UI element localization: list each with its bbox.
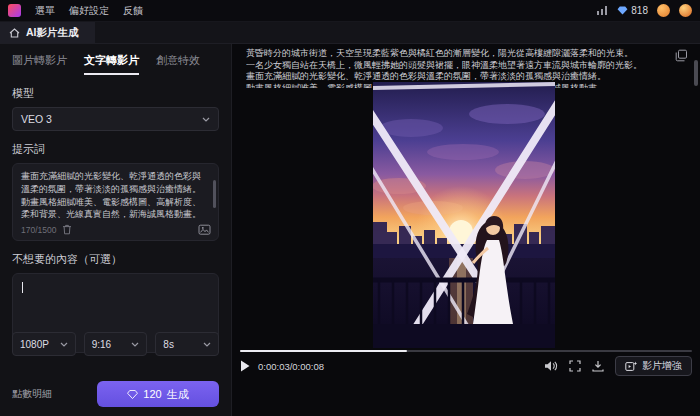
delete-prompt-button[interactable] [62, 224, 72, 235]
app-logo-icon [8, 4, 21, 17]
gem-icon [127, 390, 138, 399]
resolution-select[interactable]: 1080P [12, 332, 76, 356]
active-doc-tab[interactable]: AI影片生成 [0, 22, 95, 43]
model-value: VEO 3 [21, 113, 52, 125]
volume-button[interactable] [544, 360, 558, 372]
ai-rewrite-icon [198, 223, 211, 236]
trash-icon [62, 224, 72, 235]
generate-cost: 120 [143, 388, 161, 400]
video-enhance-button[interactable]: 影片增強 [615, 356, 692, 376]
volume-icon [544, 360, 558, 372]
prompt-footer: 170/1500 [21, 223, 211, 236]
resolution-value: 1080P [20, 339, 49, 350]
time-display: 0:00:03/0:00:08 [258, 361, 324, 372]
menubar-right: 818 [597, 4, 692, 17]
menu-item-preferences[interactable]: 偏好設定 [69, 4, 109, 18]
vip-avatar-icon[interactable] [679, 4, 692, 17]
play-icon [240, 360, 250, 372]
video-player[interactable] [373, 82, 555, 348]
prompt-label: 提示詞 [12, 142, 219, 157]
aspect-ratio-value: 9:16 [92, 339, 111, 350]
prompt-line: 黃昏時分的城市街道，天空呈現柔藍紫色與橘紅色的漸層變化，陽光從高樓縫隙灑落柔和的… [246, 48, 668, 60]
gem-icon [617, 6, 628, 15]
copy-button[interactable] [675, 49, 688, 62]
main-area: 黃昏時分的城市街道，天空呈現柔藍紫色與橘紅色的漸層變化，陽光從高樓縫隙灑落柔和的… [232, 44, 700, 416]
negative-prompt-label: 不想要的內容（可選） [12, 252, 219, 267]
tab-image-to-video[interactable]: 圖片轉影片 [12, 53, 67, 75]
video-enhance-label: 影片增強 [642, 359, 682, 373]
prompt-line: 一名少女獨自站在天橋上，微風輕拂她的頭髮與裙擺，眼神溫柔地望著遠方車流與城市輪廓… [246, 60, 668, 72]
generate-label: 生成 [167, 387, 189, 402]
panel-bottom: 點數明細 120 生成 [12, 381, 219, 407]
gem-count: 818 [631, 5, 648, 16]
credits-badge[interactable]: 818 [617, 5, 648, 16]
tab-creative-effects[interactable]: 創意特效 [156, 53, 200, 75]
menubar: 選單 偏好設定 反饋 818 [0, 0, 700, 22]
home-icon [9, 28, 20, 38]
prompt-textarea[interactable]: 畫面充滿細膩的光影變化、乾淨通透的色彩與溫柔的氛圍，帶著淡淡的孤獨感與治癒情緒。… [12, 163, 219, 241]
fullscreen-button[interactable] [569, 360, 581, 372]
mode-tabs: 圖片轉影片 文字轉影片 創意特效 [0, 44, 231, 75]
menu-item-feedback[interactable]: 反饋 [123, 4, 143, 18]
menu-item-menu[interactable]: 選單 [35, 4, 55, 18]
video-poster [373, 82, 555, 348]
copy-icon [675, 49, 688, 62]
page-title: AI影片生成 [26, 26, 79, 40]
play-button[interactable] [240, 360, 250, 372]
left-panel: 圖片轉影片 文字轉影片 創意特效 模型 VEO 3 提示詞 畫面充滿細膩的光影變… [0, 44, 232, 416]
main-scrollbar[interactable] [694, 60, 698, 86]
aspect-ratio-select[interactable]: 9:16 [84, 332, 148, 356]
tab-text-to-video[interactable]: 文字轉影片 [84, 53, 139, 75]
signal-icon[interactable] [597, 6, 608, 15]
prompt-line: 畫面充滿細膩的光影變化、乾淨通透的色彩與溫柔的氛圍，帶著淡淡的孤獨感與治癒情緒。 [246, 71, 668, 83]
avatar-icon[interactable] [657, 4, 670, 17]
prompt-char-count: 170/1500 [21, 225, 56, 235]
download-button[interactable] [592, 360, 604, 372]
chevron-down-icon [203, 342, 211, 347]
generate-button[interactable]: 120 生成 [97, 381, 219, 407]
chevron-down-icon [60, 342, 68, 347]
chevron-down-icon [202, 117, 210, 122]
app-window: 選單 偏好設定 反饋 818 AI影片生成 圖片轉影片 文字轉影片 創意特效 [0, 0, 700, 416]
output-settings-row: 1080P 9:16 8s [12, 332, 219, 356]
player-controls: 0:00:03/0:00:08 影片增強 [240, 355, 692, 377]
seek-bar[interactable] [240, 350, 692, 352]
seek-progress [240, 350, 407, 352]
fullscreen-icon [569, 360, 581, 372]
model-select[interactable]: VEO 3 [12, 107, 219, 131]
doc-tabbar: AI影片生成 [0, 22, 700, 44]
download-icon [592, 360, 604, 372]
ai-rewrite-button[interactable] [198, 223, 211, 236]
prompt-scrollbar[interactable] [213, 180, 216, 208]
model-label: 模型 [12, 86, 219, 101]
points-detail-link[interactable]: 點數明細 [12, 387, 52, 401]
text-cursor [22, 282, 23, 293]
duration-select[interactable]: 8s [155, 332, 219, 356]
player-controls-right: 影片增強 [544, 356, 692, 376]
prompt-text: 畫面充滿細膩的光影變化、乾淨通透的色彩與溫柔的氛圍，帶著淡淡的孤獨感與治癒情緒。… [13, 164, 218, 218]
duration-value: 8s [163, 339, 174, 350]
chevron-down-icon [131, 342, 139, 347]
video-enhance-icon [625, 361, 637, 372]
